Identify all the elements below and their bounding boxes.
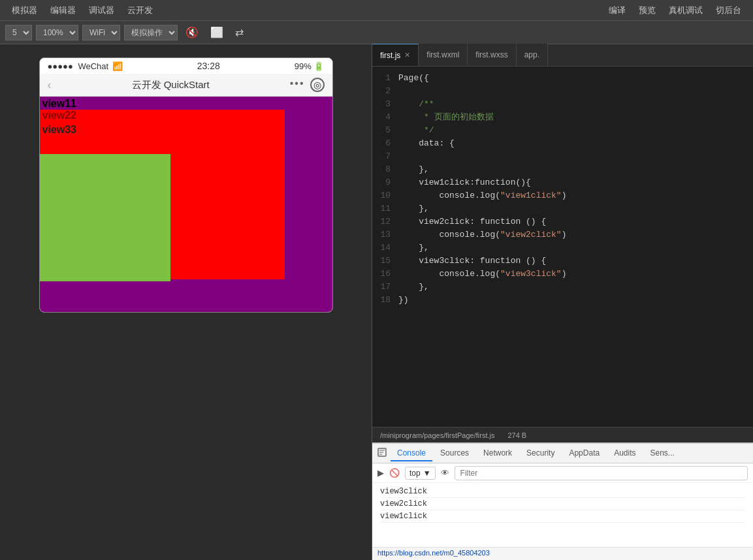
phone-status-bar: ●●●●● WeChat 📶 23:28 99% 🔋 <box>40 58 332 74</box>
code-line-8: 8 }, <box>372 163 753 176</box>
editor-tabs: first.js ✕ first.wxml first.wxss app. <box>372 44 753 67</box>
code-line-16: 16 console.log("view3click") <box>372 268 753 281</box>
menu-debugger[interactable]: 调试器 <box>82 2 121 19</box>
main-layout: ●●●●● WeChat 📶 23:28 99% 🔋 ‹ 云开发 QuickSt… <box>0 44 753 560</box>
tab-close-first-js[interactable]: ✕ <box>404 51 410 59</box>
console-toolbar: ▶ 🚫 top ▼ 👁 <box>372 463 753 483</box>
devtools-tab-audits[interactable]: Audits <box>607 446 642 461</box>
phone-time: 23:28 <box>197 61 220 71</box>
menu-simulator[interactable]: 模拟器 <box>5 2 44 19</box>
tab-first-wxml[interactable]: first.wxml <box>419 44 468 66</box>
phone-signal: ●●●●● WeChat 📶 <box>48 61 123 71</box>
layout-button[interactable]: ⇄ <box>231 25 248 40</box>
code-line-18: 18 }) <box>372 294 753 307</box>
menu-device-debug[interactable]: 真机调试 <box>662 2 709 19</box>
console-eye-btn[interactable]: 👁 <box>441 468 449 478</box>
devtools-tab-console[interactable]: Console <box>391 446 432 461</box>
nav-back: ‹ <box>48 78 52 92</box>
console-line-1: view3click <box>380 486 745 498</box>
device-select[interactable]: 5 <box>5 25 32 40</box>
code-line-3: 3 /** <box>372 98 753 111</box>
console-output: view3click view2click view1click <box>372 483 753 547</box>
context-arrow: ▼ <box>423 469 431 478</box>
code-line-1: 1 Page({ <box>372 72 753 85</box>
view33-label: view33 <box>40 123 79 136</box>
menu-cloud[interactable]: 云开发 <box>121 2 159 19</box>
zoom-select[interactable]: 100% <box>36 25 78 40</box>
menu-editor[interactable]: 编辑器 <box>44 2 82 19</box>
console-block-btn[interactable]: 🚫 <box>389 468 400 478</box>
tab-first-wxss[interactable]: first.wxss <box>468 44 516 66</box>
console-filter-input[interactable] <box>455 466 748 480</box>
action-select[interactable]: 模拟操作 <box>124 25 178 40</box>
phone-content: view11 view22 view33 <box>40 97 332 312</box>
bottom-url: https://blog.csdn.net/m0_45804203 <box>377 549 490 557</box>
code-line-12: 12 view2click: function () { <box>372 215 753 228</box>
file-path: /miniprogram/pages/firstPage/first.js <box>380 431 494 439</box>
simulator-panel: ●●●●● WeChat 📶 23:28 99% 🔋 ‹ 云开发 QuickSt… <box>0 44 372 560</box>
console-line-2: view2click <box>380 498 745 510</box>
devtools-tab-appdata[interactable]: AppData <box>562 446 606 461</box>
code-line-14: 14 }, <box>372 241 753 255</box>
bottom-url-bar: https://blog.csdn.net/m0_45804203 <box>372 547 753 560</box>
nav-dots[interactable]: ••• <box>290 78 305 92</box>
code-line-17: 17 }, <box>372 281 753 294</box>
code-line-4: 4 * 页面的初始数据 <box>372 111 753 124</box>
view33-container: view33 <box>40 124 79 136</box>
tab-app[interactable]: app. <box>517 44 548 66</box>
phone-frame: ●●●●● WeChat 📶 23:28 99% 🔋 ‹ 云开发 QuickSt… <box>39 57 333 313</box>
code-line-5: 5 */ <box>372 124 753 137</box>
devtools-tabs: Console Sources Network Security AppData… <box>372 444 753 463</box>
code-editor[interactable]: 1 Page({ 2 3 /** 4 * 页面的初始数据 5 */ 6 <box>372 67 753 427</box>
code-line-10: 10 console.log("view1click") <box>372 189 753 202</box>
context-label: top <box>409 469 421 478</box>
fullscreen-button[interactable]: ⬜ <box>206 25 227 40</box>
nav-title: 云开发 QuickStart <box>132 79 210 91</box>
context-select[interactable]: top ▼ <box>405 467 436 480</box>
green-block <box>40 154 170 281</box>
tab-first-js[interactable]: first.js ✕ <box>372 44 419 66</box>
code-line-2: 2 <box>372 85 753 98</box>
code-line-7: 7 <box>372 150 753 163</box>
code-line-9: 9 view1click:function(){ <box>372 176 753 189</box>
file-size: 274 B <box>507 431 526 439</box>
menu-back[interactable]: 切后台 <box>709 2 748 19</box>
code-line-11: 11 }, <box>372 202 753 215</box>
network-select[interactable]: WiFi <box>82 25 120 40</box>
devtools-tab-network[interactable]: Network <box>477 446 519 461</box>
top-toolbar: 模拟器 编辑器 调试器 云开发 编译 预览 真机调试 切后台 <box>0 0 753 21</box>
code-line-15: 15 view3click: function () { <box>372 255 753 268</box>
code-line-13: 13 console.log("view2click") <box>372 228 753 241</box>
nav-circle[interactable]: ◎ <box>310 78 325 92</box>
menu-compile[interactable]: 编译 <box>602 2 632 19</box>
menu-preview[interactable]: 预览 <box>632 2 662 19</box>
console-run-btn[interactable]: ▶ <box>377 468 384 478</box>
console-line-3: view1click <box>380 510 745 523</box>
mute-button[interactable]: 🔇 <box>182 25 202 40</box>
devtools-tab-sens[interactable]: Sens... <box>644 446 681 461</box>
phone-nav-bar: ‹ 云开发 QuickStart ••• ◎ <box>40 74 332 97</box>
devtools-tab-security[interactable]: Security <box>520 446 561 461</box>
second-toolbar: 5 100% WiFi 模拟操作 🔇 ⬜ ⇄ <box>0 21 753 44</box>
devtools-inspect-btn[interactable] <box>375 446 389 460</box>
phone-battery: 99% 🔋 <box>295 61 325 71</box>
right-panel: first.js ✕ first.wxml first.wxss app. 1 … <box>372 44 753 560</box>
view22-block[interactable]: view22 view33 <box>40 110 285 279</box>
devtools-panel: Console Sources Network Security AppData… <box>372 443 753 560</box>
devtools-tab-sources[interactable]: Sources <box>434 446 475 461</box>
code-line-6: 6 data: { <box>372 137 753 150</box>
view11-label[interactable]: view11 <box>40 97 79 111</box>
editor-status-bar: /miniprogram/pages/firstPage/first.js 27… <box>372 427 753 443</box>
